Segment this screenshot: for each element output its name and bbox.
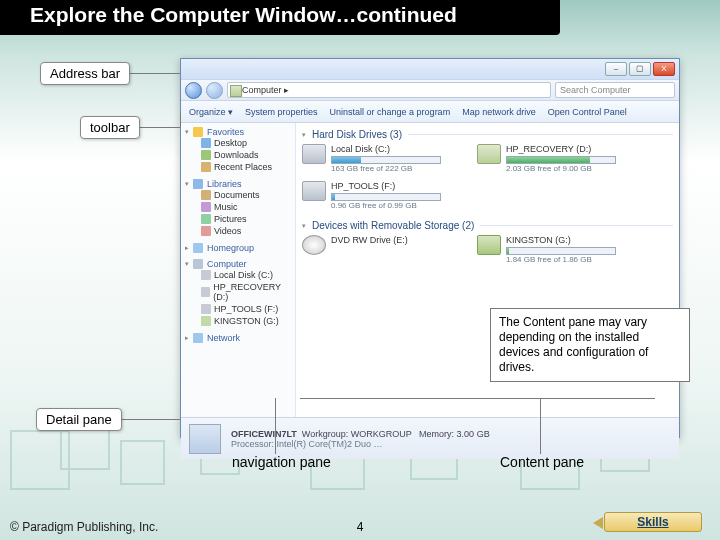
group-hdd-header[interactable]: ▾Hard Disk Drives (3)	[302, 129, 673, 140]
recent-icon	[201, 162, 211, 172]
minimize-button[interactable]: –	[605, 62, 627, 76]
star-icon	[193, 127, 203, 137]
drive-icon	[201, 304, 211, 314]
page-number: 4	[357, 520, 364, 534]
nav-local-disk[interactable]: Local Disk (C:)	[185, 269, 291, 281]
toolbar-uninstall[interactable]: Uninstall or change a program	[330, 107, 451, 117]
network-icon	[193, 333, 203, 343]
nav-libraries[interactable]: ▾Libraries	[185, 179, 291, 189]
documents-icon	[201, 190, 211, 200]
downloads-icon	[201, 150, 211, 160]
nav-computer[interactable]: ▾Computer	[185, 259, 291, 269]
drive-kingston[interactable]: KINGSTON (G:)1.84 GB free of 1.86 GB	[477, 235, 632, 264]
toolbar: Organize ▾ System properties Uninstall o…	[181, 101, 679, 123]
nav-downloads[interactable]: Downloads	[185, 149, 291, 161]
nav-recent[interactable]: Recent Places	[185, 161, 291, 173]
nav-music[interactable]: Music	[185, 201, 291, 213]
homegroup-icon	[193, 243, 203, 253]
computer-thumb-icon	[189, 424, 221, 454]
toolbar-system-properties[interactable]: System properties	[245, 107, 318, 117]
group-removable-header[interactable]: ▾Devices with Removable Storage (2)	[302, 220, 673, 231]
nav-homegroup[interactable]: ▸Homegroup	[185, 243, 291, 253]
callout-address-bar: Address bar	[40, 62, 130, 85]
copyright: © Paradigm Publishing, Inc.	[10, 520, 158, 534]
content-pane-note: The Content pane may vary depending on t…	[490, 308, 690, 382]
address-bar: Computer ▸ Search Computer	[181, 79, 679, 101]
nav-forward-button[interactable]	[206, 82, 223, 99]
search-input[interactable]: Search Computer	[555, 82, 675, 98]
drive-hp-tools[interactable]: HP_TOOLS (F:)0.96 GB free of 0.99 GB	[302, 181, 457, 210]
dvd-icon	[302, 235, 326, 255]
navigation-pane: ▾Favorites Desktop Downloads Recent Plac…	[181, 123, 296, 417]
usb-drive-icon	[477, 235, 501, 255]
music-icon	[201, 202, 211, 212]
drive-icon	[201, 287, 210, 297]
videos-icon	[201, 226, 211, 236]
skills-button[interactable]: Skills	[604, 512, 702, 532]
drive-hp-recovery[interactable]: HP_RECOVERY (D:)2.03 GB free of 9.00 GB	[477, 144, 632, 173]
maximize-button[interactable]: ▢	[629, 62, 651, 76]
nav-back-button[interactable]	[185, 82, 202, 99]
desktop-icon	[201, 138, 211, 148]
callout-detail-pane: Detail pane	[36, 408, 122, 431]
toolbar-organize[interactable]: Organize ▾	[189, 107, 233, 117]
details-pane: OFFICEWIN7LT Workgroup: WORKGROUP Memory…	[181, 417, 679, 459]
usb-icon	[201, 316, 211, 326]
nav-pictures[interactable]: Pictures	[185, 213, 291, 225]
nav-kingston[interactable]: KINGSTON (G:)	[185, 315, 291, 327]
nav-desktop[interactable]: Desktop	[185, 137, 291, 149]
close-button[interactable]: X	[653, 62, 675, 76]
computer-icon	[193, 259, 203, 269]
callout-toolbar: toolbar	[80, 116, 140, 139]
pictures-icon	[201, 214, 211, 224]
slide-title: Explore the Computer Window…continued	[0, 0, 560, 35]
hard-disk-icon	[302, 181, 326, 201]
label-content-pane: Content pane	[500, 454, 584, 470]
nav-hp-recovery[interactable]: HP_RECOVERY (D:)	[185, 281, 291, 303]
label-navigation-pane: navigation pane	[232, 454, 331, 470]
address-path[interactable]: Computer ▸	[227, 82, 551, 98]
nav-documents[interactable]: Documents	[185, 189, 291, 201]
drive-icon	[201, 270, 211, 280]
window-titlebar: – ▢ X	[181, 59, 679, 79]
toolbar-map-drive[interactable]: Map network drive	[462, 107, 536, 117]
libraries-icon	[193, 179, 203, 189]
drive-dvd[interactable]: DVD RW Drive (E:)	[302, 235, 457, 264]
drive-local-c[interactable]: Local Disk (C:)163 GB free of 222 GB	[302, 144, 457, 173]
hard-disk-icon	[302, 144, 326, 164]
nav-hp-tools[interactable]: HP_TOOLS (F:)	[185, 303, 291, 315]
hard-disk-icon	[477, 144, 501, 164]
toolbar-control-panel[interactable]: Open Control Panel	[548, 107, 627, 117]
nav-videos[interactable]: Videos	[185, 225, 291, 237]
nav-network[interactable]: ▸Network	[185, 333, 291, 343]
nav-favorites[interactable]: ▾Favorites	[185, 127, 291, 137]
